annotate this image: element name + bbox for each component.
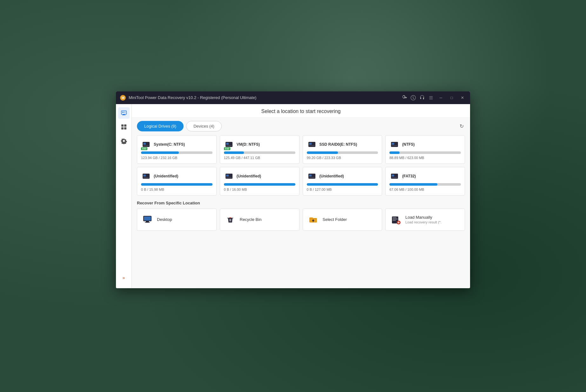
drive-card-ssd-e[interactable]: SSD RAID0(E: NTFS) 99.20 GB / 223.33 GB <box>303 135 382 164</box>
drive-progress-vm-d <box>224 151 295 154</box>
drive-size-unid-2: 0 B / 16.00 MB <box>224 188 295 191</box>
title-bar-controls: ─ □ ✕ <box>401 94 466 102</box>
refresh-button[interactable]: ↻ <box>458 122 465 130</box>
drives-container: SSD System(C: NTFS) 123.94 GB / 232.16 G… <box>132 131 470 288</box>
location-card-select-folder[interactable]: Select Folder <box>303 209 382 231</box>
drive-size-vm-d: 125.49 GB / 447.11 GB <box>224 156 295 160</box>
svg-rect-43 <box>393 219 398 219</box>
svg-rect-7 <box>122 115 126 115</box>
svg-rect-5 <box>124 112 125 113</box>
clock-icon[interactable] <box>410 95 416 101</box>
location-card-load-manually[interactable]: Load Manually Load recovery result (*. <box>385 209 465 231</box>
menu-icon[interactable] <box>428 95 434 101</box>
support-icon[interactable] <box>419 95 425 101</box>
recycle-bin-icon <box>225 214 236 225</box>
title-bar: M MiniTool Power Data Recovery v10.2 - R… <box>116 91 470 104</box>
svg-rect-23 <box>392 145 397 146</box>
drive-name-ntfs: (NTFS) <box>402 142 414 147</box>
svg-rect-11 <box>124 127 126 130</box>
sidebar-item-recovery[interactable] <box>118 107 130 119</box>
drive-progress-system-c <box>141 151 212 154</box>
sidebar-item-tools[interactable] <box>118 121 130 133</box>
drive-card-fat32[interactable]: (FAT32) 67.06 MB / 100.00 MB <box>385 167 465 196</box>
tabs-bar: Logical Drives (9) Devices (4) ↻ <box>132 118 470 131</box>
svg-rect-3 <box>122 112 124 113</box>
svg-rect-34 <box>392 175 394 176</box>
svg-rect-39 <box>145 222 150 223</box>
drive-icon-system-c: SSD <box>141 139 151 149</box>
location-name-load-manually: Load Manually <box>405 215 441 220</box>
svg-rect-44 <box>393 220 396 221</box>
svg-rect-28 <box>226 175 229 176</box>
drive-size-unid-3: 0 B / 127.00 MB <box>307 188 378 191</box>
app-logo: M <box>120 95 126 101</box>
drive-name-fat32: (FAT32) <box>402 174 416 178</box>
drive-size-system-c: 123.94 GB / 232.16 GB <box>141 156 212 160</box>
drive-progress-unid-2 <box>224 183 295 186</box>
svg-rect-6 <box>123 114 125 115</box>
page-title: Select a location to start recovering <box>132 104 470 118</box>
drive-card-unid-2[interactable]: (Unidentified) 0 B / 16.00 MB <box>220 167 300 196</box>
close-button[interactable]: ✕ <box>459 94 466 102</box>
drive-card-system-c[interactable]: SSD System(C: NTFS) 123.94 GB / 232.16 G… <box>137 135 217 164</box>
drive-progress-fat32 <box>389 183 461 186</box>
location-text-desktop: Desktop <box>157 217 172 222</box>
drive-name-unid-1: (Unidentified) <box>154 174 178 178</box>
sidebar-item-settings[interactable] <box>118 135 130 147</box>
svg-rect-42 <box>393 217 396 218</box>
drive-progress-unid-3 <box>307 183 378 186</box>
expand-sidebar-button[interactable]: » <box>121 274 127 282</box>
main-layout: » Select a location to start recovering … <box>116 104 470 288</box>
drive-size-fat32: 67.06 MB / 100.00 MB <box>389 188 461 191</box>
location-name-select-folder: Select Folder <box>323 217 347 222</box>
tab-logical-drives[interactable]: Logical Drives (9) <box>137 121 184 131</box>
drive-size-unid-1: 0 B / 15.98 MB <box>141 188 212 191</box>
drive-name-ssd-e: SSD RAID0(E: NTFS) <box>320 142 357 147</box>
location-text-recycle-bin: Recycle Bin <box>240 217 262 222</box>
svg-rect-26 <box>143 177 149 178</box>
drive-name-vm-d: VM(D: NTFS) <box>237 142 260 147</box>
minimize-button[interactable]: ─ <box>437 94 445 102</box>
load-manually-icon <box>390 214 401 225</box>
svg-rect-9 <box>124 124 126 127</box>
svg-text:M: M <box>121 96 124 100</box>
location-card-recycle-bin[interactable]: Recycle Bin <box>220 209 300 231</box>
svg-rect-16 <box>226 143 229 145</box>
key-icon[interactable] <box>401 95 407 101</box>
sidebar-bottom: » <box>121 274 127 285</box>
svg-rect-31 <box>309 175 312 176</box>
location-name-desktop: Desktop <box>157 217 172 222</box>
drive-progress-ntfs <box>389 151 461 154</box>
drive-progress-unid-1 <box>141 183 212 186</box>
select-folder-icon <box>307 214 319 225</box>
drive-icon-unid-3 <box>307 171 317 181</box>
svg-rect-14 <box>143 145 149 146</box>
location-text-select-folder: Select Folder <box>323 217 347 222</box>
drive-icon-ntfs <box>389 139 400 149</box>
main-window: M MiniTool Power Data Recovery v10.2 - R… <box>116 91 470 288</box>
svg-rect-38 <box>146 221 149 222</box>
maximize-button[interactable]: □ <box>448 94 455 102</box>
location-grid: Desktop <box>137 209 465 231</box>
drive-icon-ssd-e <box>307 139 317 149</box>
tab-devices[interactable]: Devices (4) <box>186 121 222 131</box>
svg-rect-2 <box>121 111 126 114</box>
svg-rect-25 <box>143 175 146 176</box>
drive-card-unid-3[interactable]: (Unidentified) 0 B / 127.00 MB <box>303 167 382 196</box>
content-area: Select a location to start recovering Lo… <box>132 104 470 288</box>
logical-drives-grid: SSD System(C: NTFS) 123.94 GB / 232.16 G… <box>137 135 465 196</box>
svg-rect-32 <box>309 177 315 178</box>
svg-rect-35 <box>392 177 397 178</box>
drive-name-system-c: System(C: NTFS) <box>154 142 185 147</box>
svg-rect-4 <box>124 112 125 112</box>
drive-progress-ssd-e <box>307 151 378 154</box>
svg-rect-29 <box>226 177 232 178</box>
svg-rect-10 <box>121 127 124 130</box>
drive-card-unid-1[interactable]: (Unidentified) 0 B / 15.98 MB <box>137 167 217 196</box>
svg-rect-20 <box>309 145 315 146</box>
location-name-recycle-bin: Recycle Bin <box>240 217 262 222</box>
title-bar-text: MiniTool Power Data Recovery v10.2 - Reg… <box>129 95 401 100</box>
location-card-desktop[interactable]: Desktop <box>137 209 217 231</box>
drive-card-vm-d[interactable]: SSD VM(D: NTFS) 125.49 GB / 447.11 GB <box>220 135 300 164</box>
drive-card-ntfs[interactable]: (NTFS) 88.89 MB / 623.00 MB <box>385 135 465 164</box>
